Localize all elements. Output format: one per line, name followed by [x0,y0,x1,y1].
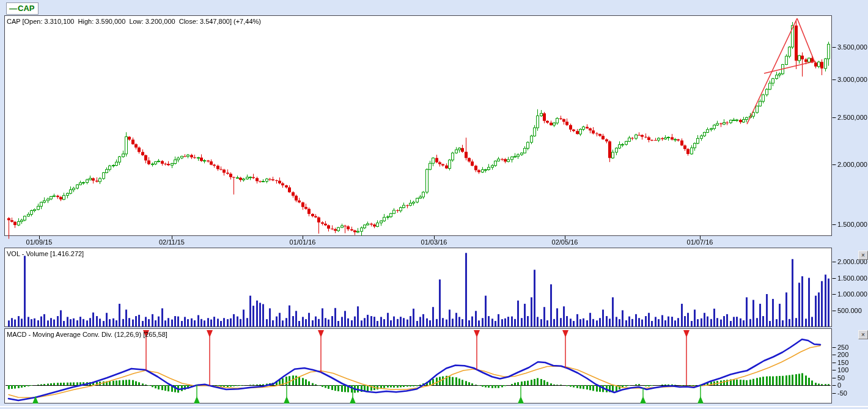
price-y-tick-label: 2.500,000 [837,114,867,121]
price-panel-header: CAP [Open: 3.310,100 High: 3.590,000 Low… [7,18,261,26]
macd-y-tick-label: 100 [837,367,848,374]
macd-y-tick-label: 150 [837,359,848,366]
symbol-legend[interactable]: —CAP [6,2,39,15]
price-y-tick-label: 3.500,000 [837,44,867,51]
date-tick-label: 01/07/16 [682,239,718,246]
volume-y-tick-label: 1.000.000 [837,291,867,298]
macd-y-tick-label: 50 [837,375,845,381]
date-tick-label: 02/11/15 [153,239,190,246]
macd-panel-header: MACD - Moving Average Conv. Div. (12,26,… [7,331,167,339]
macd-y-tick-label: 250 [837,344,848,351]
price-y-tick-label: 3.000,000 [837,76,867,83]
chart-application: —CAP CAP [Open: 3.310,100 High: 3.590,00… [0,0,868,409]
volume-panel-header: VOL - Volume [1.416.272] [7,250,84,258]
price-y-tick-label: 2.000,000 [837,161,867,168]
volume-panel-close-button[interactable]: × [858,251,868,260]
macd-y-tick-label: 0 [837,382,841,389]
volume-y-tick-label: 1.500.000 [837,275,867,282]
symbol-legend-label: CAP [18,4,34,13]
series-line-swatch: — [9,4,17,13]
date-tick-label: 01/09/15 [21,239,57,246]
close-icon: × [861,252,865,259]
macd-y-tick-label: 200 [837,352,848,358]
macd-panel-close-button[interactable]: × [858,330,868,339]
volume-y-tick-label: 500.000 [837,308,862,314]
date-tick-label: 02/05/16 [546,239,583,246]
date-tick-label: 01/01/16 [284,239,321,246]
date-tick-label: 01/03/16 [416,239,452,246]
price-y-tick-label: 1.500,000 [837,221,867,228]
close-icon: × [861,331,865,338]
macd-y-tick-label: -50 [837,390,847,397]
chart-canvas[interactable] [0,0,868,409]
